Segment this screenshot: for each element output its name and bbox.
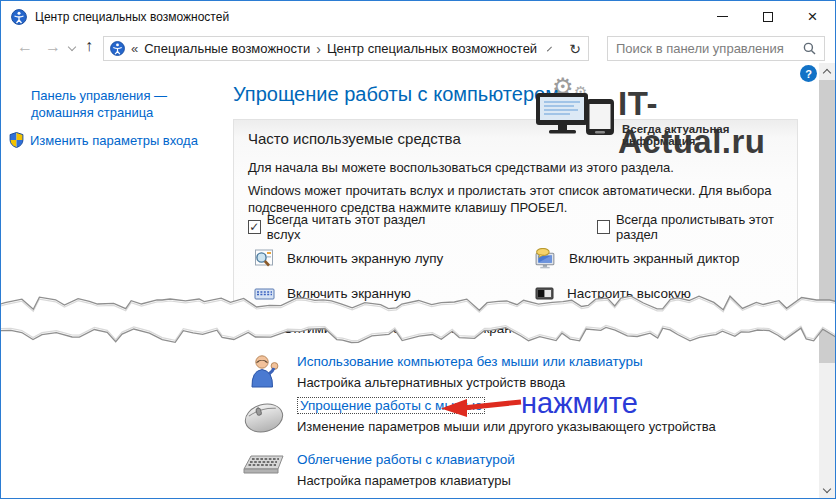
close-button[interactable]: × xyxy=(790,1,835,32)
start-magnifier-button[interactable]: Включить экранную лупу xyxy=(254,248,443,268)
minimize-button[interactable] xyxy=(700,1,745,32)
panel-intro-2: Windows может прочитать вслух и пролиста… xyxy=(248,182,793,216)
sidebar-change-signin-link[interactable]: Изменить параметры входа xyxy=(30,133,198,148)
window: Центр специальных возможностей × ← → ↑ «… xyxy=(0,0,836,499)
breadcrumb-separator-icon: › xyxy=(316,41,321,57)
logo-tagline: Всегда актуальная информация xyxy=(622,123,796,147)
read-aloud-checkbox[interactable]: ✓ xyxy=(248,220,261,234)
breadcrumb-prefix: « xyxy=(131,41,138,56)
ease-of-access-icon xyxy=(11,9,27,25)
annotation-text: нажмите xyxy=(521,387,638,420)
breadcrumb-item-ease-of-access-center[interactable]: Центр специальных возможностей xyxy=(327,41,537,56)
annotation-arrow-icon xyxy=(433,395,525,423)
item-texts: Облегчение работы с клавиатурой Настройк… xyxy=(297,452,515,488)
addressbar-dropdown-icon[interactable] xyxy=(547,46,552,51)
window-controls: × xyxy=(700,1,835,32)
vertical-scrollbar[interactable] xyxy=(819,63,835,499)
torn-paper-edge xyxy=(1,286,836,360)
breadcrumb-app-icon xyxy=(110,41,125,56)
uac-shield-icon xyxy=(9,132,24,148)
mouse-icon xyxy=(241,398,287,436)
scan-section-checkbox-label: Всегда пролистывать этот раздел xyxy=(616,212,797,242)
scroll-up-icon[interactable] xyxy=(823,69,831,77)
maximize-icon xyxy=(763,12,773,22)
item-make-keyboard-easier: Облегчение работы с клавиатурой Настройк… xyxy=(241,452,515,488)
start-narrator-label: Включить экранный диктор xyxy=(569,251,740,266)
sidebar-control-panel-home-link[interactable]: Панель управления — домашняя страница xyxy=(31,87,209,121)
refresh-button[interactable]: ↻ xyxy=(566,41,584,57)
nav-history-chevron-icon[interactable] xyxy=(68,43,76,51)
make-keyboard-easier-link[interactable]: Облегчение работы с клавиатурой xyxy=(297,452,515,467)
panel-title: Часто используемые средства xyxy=(248,130,461,147)
narrator-icon xyxy=(534,248,557,269)
devices-icon xyxy=(534,87,618,139)
search-box[interactable]: Поиск в панели управления xyxy=(607,36,825,61)
sidebar-signin-row: Изменить параметры входа xyxy=(9,132,198,148)
close-icon: × xyxy=(808,8,818,25)
maximize-button[interactable] xyxy=(745,1,790,32)
address-bar[interactable]: « Специальные возможности › Центр специа… xyxy=(103,36,589,61)
titlebar: Центр специальных возможностей × xyxy=(1,1,835,32)
check-icon: ✓ xyxy=(249,220,259,234)
window-title: Центр специальных возможностей xyxy=(35,10,229,24)
panel-intro-1: Для начала вы можете воспользоваться сре… xyxy=(248,160,674,175)
minimize-icon xyxy=(717,16,728,17)
keyboard-icon xyxy=(241,452,287,488)
back-button[interactable]: ← xyxy=(17,39,33,55)
read-aloud-checkbox-label: Всегда читать этот раздел вслух xyxy=(267,212,442,242)
breadcrumb-item-accessibility[interactable]: Специальные возможности xyxy=(144,41,310,56)
search-icon[interactable] xyxy=(803,42,816,55)
help-button[interactable]: ? xyxy=(800,65,817,82)
up-button[interactable]: ↑ xyxy=(85,38,93,54)
start-narrator-button[interactable]: Включить экранный диктор xyxy=(534,248,740,269)
scan-section-checkbox[interactable] xyxy=(597,220,610,234)
checkbox-row: ✓ Всегда читать этот раздел вслух Всегда… xyxy=(248,212,797,242)
magnifier-window-icon xyxy=(254,248,275,268)
start-magnifier-label: Включить экранную лупу xyxy=(287,251,443,266)
scroll-down-icon[interactable] xyxy=(823,485,831,493)
search-placeholder: Поиск в панели управления xyxy=(616,41,803,56)
make-keyboard-easier-desc: Настройка параметров клавиатуры xyxy=(297,473,515,488)
forward-button[interactable]: → xyxy=(45,39,61,55)
page-title: Упрощение работы с компьютером xyxy=(233,83,559,106)
it-actual-logo: ⚙ ⚙ IT-Actual.ru Всегда актуальная инфор… xyxy=(534,75,796,141)
